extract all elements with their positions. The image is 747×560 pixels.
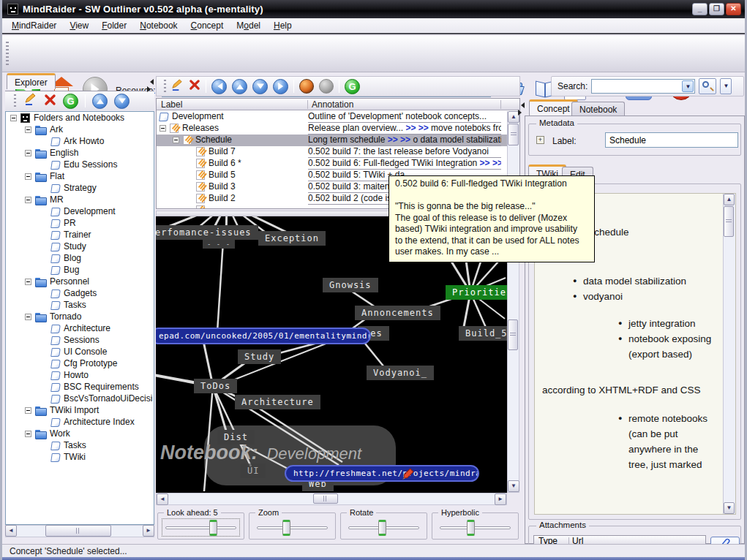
tree-expander[interactable] bbox=[25, 407, 31, 414]
move-down-button[interactable] bbox=[114, 94, 129, 109]
scroll-down-button[interactable]: ▼ bbox=[724, 502, 735, 514]
slider-thumb[interactable] bbox=[209, 520, 217, 536]
scroll-thumb[interactable] bbox=[508, 124, 519, 145]
refresh-button[interactable]: G bbox=[63, 94, 78, 109]
graph-node[interactable]: Exception bbox=[258, 231, 326, 246]
tree-item[interactable]: Flat bbox=[6, 170, 154, 182]
down-button[interactable] bbox=[252, 79, 268, 94]
scroll-thumb[interactable] bbox=[724, 206, 734, 237]
slider-thumb[interactable] bbox=[378, 520, 386, 536]
tree-item[interactable]: Folders and Notebooks bbox=[6, 112, 154, 124]
tree-item[interactable]: Strategy bbox=[6, 182, 154, 194]
graph-node[interactable]: Vodyanoi_ bbox=[367, 366, 434, 380]
tree-item[interactable]: Howto bbox=[6, 369, 154, 381]
tree-item[interactable]: MR bbox=[6, 194, 154, 205]
tree-expander[interactable] bbox=[25, 150, 31, 156]
open-in-browser-button[interactable] bbox=[299, 79, 314, 94]
graph-url-node[interactable]: epad.com/uncooked/2005/01/ementalitymind… bbox=[156, 328, 371, 344]
edit-button[interactable] bbox=[24, 93, 37, 109]
tree-expander[interactable] bbox=[25, 431, 31, 437]
scroll-right-button[interactable]: ► bbox=[143, 525, 154, 537]
graph-node[interactable]: Dist bbox=[217, 430, 255, 444]
tree-expander[interactable] bbox=[25, 126, 31, 133]
menu-item[interactable]: Folder bbox=[95, 19, 133, 32]
twiki-vscrollbar[interactable]: ▲ ▼ bbox=[723, 194, 735, 514]
up-button[interactable] bbox=[232, 79, 247, 94]
tree-item[interactable]: UI Console bbox=[6, 346, 154, 357]
tree-item[interactable]: Ark bbox=[6, 124, 154, 135]
close-button[interactable]: ✕ bbox=[726, 3, 741, 15]
slider-track[interactable] bbox=[257, 526, 328, 529]
column-label[interactable]: Label bbox=[161, 99, 182, 110]
tree-item[interactable]: Cfg Prototype bbox=[6, 357, 154, 369]
scroll-left-button[interactable]: ◄ bbox=[5, 525, 17, 537]
tree-item[interactable]: Work bbox=[6, 428, 154, 439]
move-up-button[interactable] bbox=[92, 94, 108, 109]
tree-item[interactable]: Edu Sessions bbox=[6, 159, 154, 170]
tree-item[interactable]: Personnel bbox=[6, 276, 154, 287]
tree-item[interactable]: Gadgets bbox=[6, 287, 154, 299]
scroll-thumb[interactable] bbox=[313, 493, 338, 504]
scroll-up-button[interactable]: ▲ bbox=[724, 194, 735, 205]
combo-dropdown-icon[interactable]: ▼ bbox=[682, 80, 694, 92]
graph-node[interactable]: UI bbox=[241, 463, 266, 478]
tree-item[interactable]: Development bbox=[6, 205, 154, 217]
slider-track[interactable] bbox=[165, 526, 236, 529]
tree-expander[interactable] bbox=[25, 173, 31, 180]
graph-node[interactable]: Annoncements bbox=[355, 306, 440, 320]
tab-concept[interactable]: Concept bbox=[529, 99, 578, 116]
scroll-left-button[interactable]: ◄ bbox=[157, 493, 168, 505]
expand-metadata-button[interactable]: + bbox=[536, 136, 544, 144]
demote-button[interactable] bbox=[273, 79, 288, 94]
graph-node[interactable]: Build_5 bbox=[459, 326, 507, 341]
graph-node[interactable]: Study bbox=[238, 349, 281, 364]
graph-node[interactable]: ToDos bbox=[194, 379, 237, 393]
tree-item[interactable]: Blog bbox=[6, 252, 154, 264]
outline-row[interactable]: ScheduleLong term schedule >> >> o data … bbox=[157, 135, 519, 146]
outline-row[interactable]: Build 70.502 build 7: the last release b… bbox=[157, 146, 519, 158]
menu-item[interactable]: View bbox=[63, 19, 95, 32]
right-splitter-collapse[interactable] bbox=[518, 102, 525, 116]
discard-concept-button[interactable] bbox=[189, 79, 200, 94]
menu-item[interactable]: MindRaider bbox=[5, 19, 63, 32]
graph-url-node[interactable]: http://freshmeat.net/projects/mindraider… bbox=[285, 465, 479, 482]
search-combo[interactable]: ▼ bbox=[591, 79, 695, 94]
tree-item[interactable]: BSC Requirements bbox=[6, 381, 154, 393]
tree-expander[interactable] bbox=[25, 314, 31, 320]
tree-item[interactable]: Ark Howto bbox=[6, 135, 154, 147]
promote-button[interactable] bbox=[211, 79, 227, 94]
menu-item[interactable]: Help bbox=[267, 19, 299, 32]
maximize-button[interactable]: ❐ bbox=[709, 3, 724, 15]
discard-button[interactable] bbox=[44, 94, 56, 109]
tree-item[interactable]: Trainer bbox=[6, 229, 154, 241]
refresh-outline-button[interactable]: G bbox=[345, 79, 360, 94]
menu-item[interactable]: Model bbox=[230, 19, 267, 32]
open-in-browser-disabled-button[interactable] bbox=[319, 79, 334, 94]
edit-concept-button[interactable] bbox=[171, 79, 184, 94]
graph-node[interactable]: Priorities bbox=[446, 285, 507, 300]
tree-item[interactable]: Bug bbox=[6, 264, 154, 276]
search-input[interactable] bbox=[592, 81, 680, 93]
left-splitter-collapse[interactable] bbox=[147, 79, 154, 92]
scroll-thumb[interactable] bbox=[45, 525, 111, 537]
slider-track[interactable] bbox=[440, 526, 511, 529]
tree-hscrollbar[interactable]: ◄ ► bbox=[5, 525, 154, 537]
graph-node[interactable]: Architecture bbox=[235, 395, 320, 409]
concept-label-input[interactable] bbox=[605, 132, 738, 148]
scroll-right-button[interactable]: ► bbox=[495, 493, 506, 505]
slider-thumb[interactable] bbox=[467, 520, 475, 536]
graph-node[interactable]: erfomance-issues bbox=[156, 225, 258, 240]
outline-expander[interactable] bbox=[159, 125, 166, 132]
tree-expander[interactable] bbox=[25, 197, 31, 203]
column-annotation[interactable]: Annotation bbox=[312, 99, 353, 110]
tree-item[interactable]: Architecture bbox=[6, 322, 154, 334]
tree-item[interactable]: Study bbox=[6, 241, 154, 252]
outline-row[interactable]: ReleasesRelease plan overview... >> >> m… bbox=[157, 123, 519, 135]
tree-item[interactable]: TWiki bbox=[6, 451, 154, 463]
tree-item[interactable]: TWiki Import bbox=[6, 404, 154, 416]
outline-expander[interactable] bbox=[173, 137, 179, 143]
minimize-button[interactable]: _ bbox=[692, 3, 707, 15]
tab-explorer[interactable]: Explorer bbox=[7, 73, 56, 89]
tree-item[interactable]: Architecture Index bbox=[6, 416, 154, 428]
search-options-button[interactable]: ▼ bbox=[720, 78, 732, 94]
